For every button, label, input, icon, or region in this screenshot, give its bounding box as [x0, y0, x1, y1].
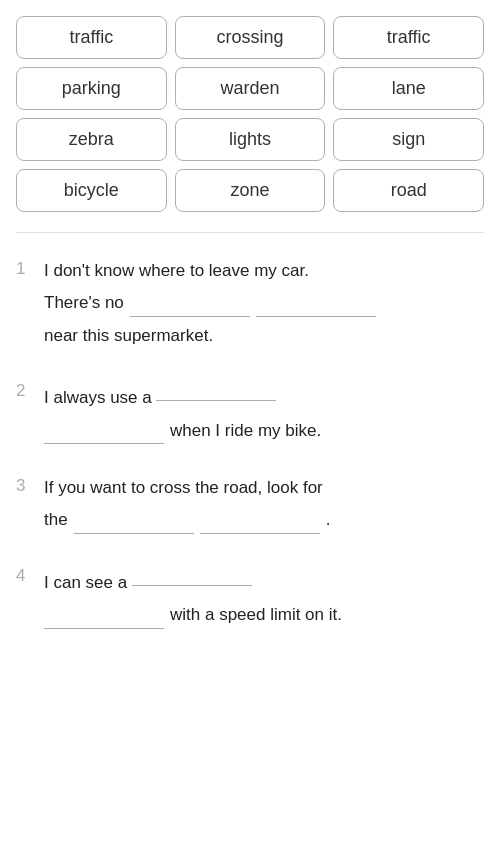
exercise-1-number: 1	[16, 257, 36, 279]
exercise-3-text: If you want to cross the road, look for	[44, 474, 484, 501]
word-chip-lights[interactable]: lights	[175, 118, 326, 161]
exercise-3-the: the	[44, 505, 68, 536]
exercise-3-period: .	[326, 505, 331, 536]
exercise-4-blank-1[interactable]	[132, 564, 252, 586]
exercise-4-text: I can see a	[44, 564, 484, 596]
exercise-4-line-1: with a speed limit on it.	[44, 600, 484, 631]
exercise-1-lines: There's no near this supermarket.	[16, 288, 484, 351]
exercise-3-blank-1[interactable]	[74, 512, 194, 534]
exercise-2-blank-2[interactable]	[44, 422, 164, 444]
word-chip-parking[interactable]: parking	[16, 67, 167, 110]
exercise-2-blank-1[interactable]	[156, 379, 276, 401]
word-chip-bicycle[interactable]: bicycle	[16, 169, 167, 212]
exercise-1-blank-2[interactable]	[256, 295, 376, 317]
word-chip-traffic1[interactable]: traffic	[16, 16, 167, 59]
exercise-2-text: I always use a	[44, 379, 484, 411]
word-chip-zone[interactable]: zone	[175, 169, 326, 212]
exercise-2-line-1: when I ride my bike.	[44, 416, 484, 447]
word-chip-warden[interactable]: warden	[175, 67, 326, 110]
exercise-4-lines: with a speed limit on it.	[16, 600, 484, 631]
word-bank: traffic crossing traffic parking warden …	[16, 16, 484, 233]
exercise-4-line1-text: with a speed limit on it.	[170, 600, 342, 631]
exercise-4-blank-2[interactable]	[44, 607, 164, 629]
exercise-2: 2 I always use a when I ride my bike.	[16, 379, 484, 446]
exercise-1-line2-text: near this supermarket.	[44, 321, 213, 352]
exercise-4-number: 4	[16, 564, 36, 586]
exercise-4: 4 I can see a with a speed limit on it.	[16, 564, 484, 631]
word-chip-zebra[interactable]: zebra	[16, 118, 167, 161]
exercise-3-line-1: the .	[44, 505, 484, 536]
exercise-3-number: 3	[16, 474, 36, 496]
exercise-2-line1-text: when I ride my bike.	[170, 416, 321, 447]
exercise-2-number: 2	[16, 379, 36, 401]
exercises: 1 I don't know where to leave my car. Th…	[16, 257, 484, 631]
exercise-1: 1 I don't know where to leave my car. Th…	[16, 257, 484, 351]
exercise-3-lines: the .	[16, 505, 484, 536]
exercise-1-line-2: near this supermarket.	[44, 321, 484, 352]
word-chip-crossing[interactable]: crossing	[175, 16, 326, 59]
exercise-1-text: I don't know where to leave my car.	[44, 257, 484, 284]
word-chip-lane[interactable]: lane	[333, 67, 484, 110]
word-chip-traffic2[interactable]: traffic	[333, 16, 484, 59]
exercise-1-line-1: There's no	[44, 288, 484, 319]
exercise-2-lines: when I ride my bike.	[16, 416, 484, 447]
word-chip-sign[interactable]: sign	[333, 118, 484, 161]
word-chip-road[interactable]: road	[333, 169, 484, 212]
exercise-3: 3 If you want to cross the road, look fo…	[16, 474, 484, 536]
exercise-1-blank-1[interactable]	[130, 295, 250, 317]
exercise-1-line1-text: There's no	[44, 288, 124, 319]
exercise-3-blank-2[interactable]	[200, 512, 320, 534]
